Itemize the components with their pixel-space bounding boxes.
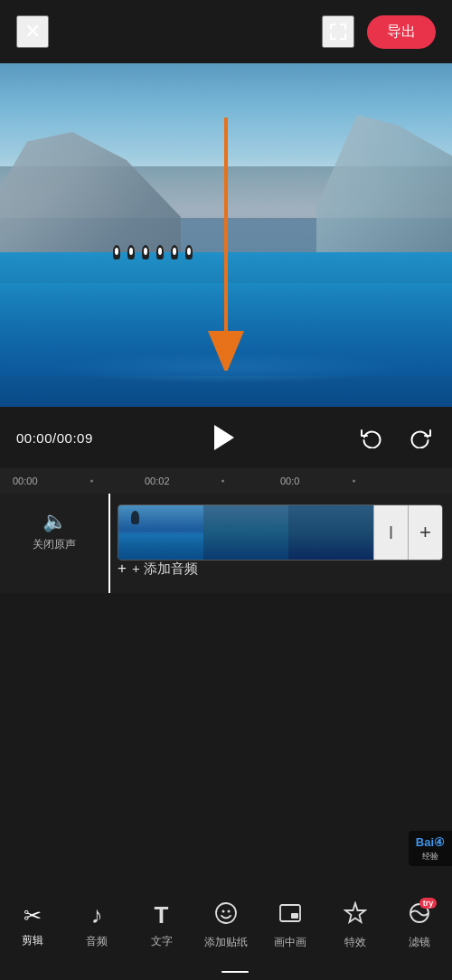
ruler-mark-1: 00:02	[145, 476, 170, 486]
audio-icon: ♪	[91, 901, 103, 929]
redo-button[interactable]	[405, 422, 436, 453]
clip-penguin-silhouette	[131, 511, 139, 524]
mute-control[interactable]: 🔈 关闭原声	[33, 510, 76, 552]
play-button[interactable]	[93, 425, 356, 450]
penguin-1	[113, 245, 120, 259]
toolbar-item-pip[interactable]: 画中画	[265, 901, 315, 950]
active-indicator-row	[0, 971, 452, 981]
ruler-mark-2: 00:0	[280, 476, 299, 486]
cut-icon: ✂	[24, 903, 42, 928]
effect-label: 特效	[344, 935, 366, 950]
text-label: 文字	[151, 934, 173, 949]
clip-thumbnail-2	[203, 505, 288, 560]
pip-label: 画中画	[274, 935, 306, 950]
toolbar-item-audio[interactable]: ♪ 音频	[71, 901, 122, 949]
export-button[interactable]: 导出	[367, 15, 436, 49]
toolbar-item-text[interactable]: T 文字	[137, 901, 187, 949]
video-preview	[0, 63, 452, 407]
fullscreen-button[interactable]	[322, 15, 354, 48]
bottom-toolbar: ✂ 剪辑 ♪ 音频 T 文字 添加贴纸	[0, 872, 452, 980]
effect-icon	[344, 901, 367, 930]
add-audio-plus-icon: +	[118, 560, 127, 578]
toolbar-item-sticker[interactable]: 添加贴纸	[201, 901, 251, 950]
speaker-icon: 🔈	[42, 510, 67, 533]
pip-icon	[278, 901, 302, 930]
text-icon: T	[155, 901, 169, 929]
watermark-sub: 经验	[416, 851, 445, 862]
video-pool	[0, 252, 452, 407]
close-button[interactable]: ✕	[16, 15, 49, 48]
toolbar-item-effect[interactable]: 特效	[330, 901, 381, 950]
time-display: 00:00/00:09	[16, 430, 93, 446]
undo-button[interactable]	[356, 422, 387, 453]
video-pool-depth	[0, 283, 452, 376]
video-penguins	[113, 245, 193, 259]
filter-label: 滤镜	[409, 935, 430, 950]
cut-label: 剪辑	[22, 933, 43, 948]
ruler-mark-0: 00:00	[13, 476, 38, 486]
sticker-icon	[214, 901, 238, 930]
penguin-4	[156, 245, 164, 259]
active-bar	[221, 971, 249, 974]
sticker-label: 添加贴纸	[204, 935, 248, 950]
add-audio-row: + + 添加音频	[118, 553, 452, 584]
video-clip[interactable]: I +	[118, 504, 443, 561]
penguin-6	[185, 245, 193, 259]
clip-thumbnail-3	[288, 505, 373, 560]
penguin-3	[142, 245, 149, 259]
clip-add-button[interactable]: +	[408, 505, 442, 560]
svg-point-3	[227, 909, 230, 912]
svg-marker-6	[345, 903, 365, 922]
toolbar-item-filter[interactable]: try 滤镜	[394, 901, 445, 950]
play-icon	[214, 425, 234, 450]
clip-thumbnail-1	[118, 505, 203, 560]
ruler-dot-2	[221, 480, 224, 483]
timeline-left-panel: 🔈 关闭原声	[0, 494, 108, 593]
toolbar-items: ✂ 剪辑 ♪ 音频 T 文字 添加贴纸	[0, 872, 452, 971]
watermark-logo: Bai④	[416, 834, 445, 851]
add-audio-label: + 添加音频	[132, 561, 198, 578]
playhead-line	[108, 494, 110, 593]
ruler-dot-3	[353, 480, 355, 483]
undo-redo-controls	[356, 422, 436, 453]
watermark: Bai④ 经验	[409, 831, 452, 866]
penguin-2	[127, 245, 135, 259]
top-right-controls: 导出	[322, 15, 436, 49]
add-audio-button[interactable]: + + 添加音频	[118, 560, 198, 578]
timeline-content: I + + + 添加音频	[108, 494, 452, 593]
timeline-ruler: 00:00 00:02 00:0	[0, 468, 452, 494]
svg-point-1	[216, 903, 236, 923]
toolbar-item-cut[interactable]: ✂ 剪辑	[7, 903, 58, 948]
mute-label: 关闭原声	[33, 537, 76, 552]
audio-label: 音频	[86, 934, 108, 949]
penguin-5	[171, 245, 178, 259]
top-bar: ✕ 导出	[0, 0, 452, 63]
try-badge: try	[419, 898, 438, 909]
ruler-dot-1	[90, 480, 93, 483]
clip-trim-button[interactable]: I	[373, 505, 408, 560]
svg-rect-5	[291, 913, 298, 919]
filter-icon: try	[408, 901, 431, 930]
controls-bar: 00:00/00:09	[0, 407, 452, 468]
timeline-area: 🔈 关闭原声 I + + + 添加音频	[0, 494, 452, 593]
svg-point-2	[221, 909, 224, 912]
